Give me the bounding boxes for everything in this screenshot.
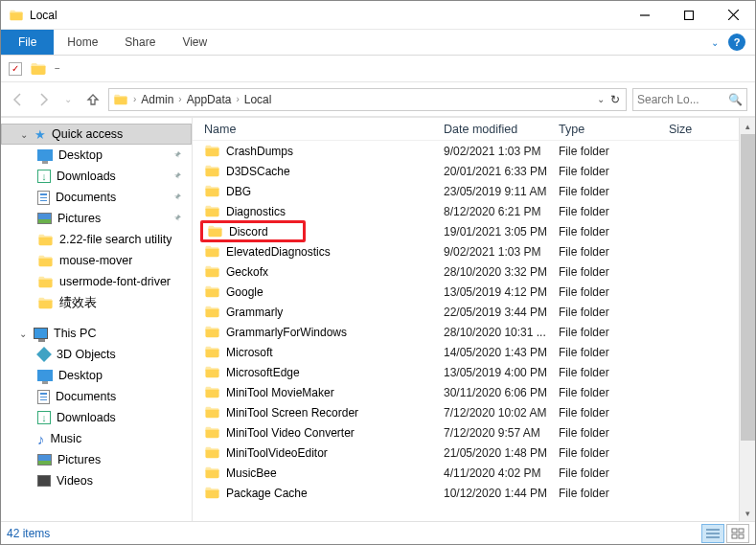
sidebar-item[interactable]: ↓Downloads — [1, 407, 192, 428]
file-type: File folder — [559, 446, 669, 460]
crumb-admin[interactable]: Admin — [141, 93, 173, 106]
file-name: Diagnostics — [226, 205, 286, 218]
maximize-button[interactable] — [667, 1, 711, 30]
file-row[interactable]: Geckofx28/10/2020 3:32 PMFile folder — [193, 261, 755, 282]
file-row[interactable]: Discord19/01/2021 3:05 PMFile folder — [193, 221, 755, 241]
desktop-icon — [37, 149, 53, 161]
share-tab[interactable]: Share — [111, 30, 169, 55]
home-tab[interactable]: Home — [54, 30, 111, 55]
view-tab[interactable]: View — [169, 30, 220, 55]
star-icon: ★ — [34, 127, 46, 142]
new-folder-icon[interactable] — [30, 60, 47, 78]
column-date[interactable]: Date modified — [444, 123, 559, 136]
file-row[interactable]: CrashDumps9/02/2021 1:03 PMFile folder — [193, 141, 755, 161]
icons-view-button[interactable] — [726, 524, 749, 543]
sidebar-item[interactable]: Pictures — [1, 449, 192, 470]
file-row[interactable]: MiniTool Screen Recorder7/12/2020 10:02 … — [193, 402, 755, 422]
sidebar-item[interactable]: 绩效表 — [1, 292, 192, 313]
help-icon[interactable]: ? — [728, 34, 745, 51]
file-name: MiniTool Screen Recorder — [226, 406, 358, 420]
file-row[interactable]: MiniToolVideoEditor21/05/2020 1:48 PMFil… — [193, 443, 755, 463]
quick-access-toolbar: ✓ − — [1, 56, 755, 82]
file-row[interactable]: ElevatedDiagnostics9/02/2021 1:03 PMFile… — [193, 241, 755, 261]
address-bar-row: ⌄ › Admin › AppData › Local ⌄ ↻ Search L… — [1, 82, 755, 117]
properties-icon[interactable]: ✓ — [9, 62, 22, 76]
file-row[interactable]: Microsoft14/05/2020 1:43 PMFile folder — [193, 342, 755, 362]
file-row[interactable]: MiniTool MovieMaker30/11/2020 6:06 PMFil… — [193, 382, 755, 402]
file-row[interactable]: Google13/05/2019 4:12 PMFile folder — [193, 282, 755, 302]
crumb-local[interactable]: Local — [244, 93, 272, 106]
file-row[interactable]: D3DSCache20/01/2021 6:33 PMFile folder — [193, 161, 755, 181]
file-date: 22/05/2019 3:44 PM — [444, 306, 559, 319]
crumb-appdata[interactable]: AppData — [187, 93, 232, 106]
details-view-button[interactable] — [701, 524, 724, 543]
file-row[interactable]: MiniTool Video Converter7/12/2020 9:57 A… — [193, 422, 755, 443]
sidebar-item[interactable]: Pictures — [1, 208, 192, 229]
folder-icon — [204, 304, 220, 320]
sidebar-item[interactable]: Desktop — [1, 365, 192, 386]
qat-customize-icon[interactable]: − — [55, 63, 60, 74]
sidebar-item-label: 3D Objects — [57, 348, 116, 361]
recent-dropdown[interactable]: ⌄ — [58, 90, 78, 109]
file-row[interactable]: GrammarlyForWindows28/10/2020 10:31 ...F… — [193, 322, 755, 342]
sidebar-item[interactable]: ↓Downloads — [1, 166, 192, 187]
sidebar-item[interactable]: Documents — [1, 187, 192, 208]
scroll-up-icon[interactable]: ▴ — [740, 118, 755, 134]
sidebar-item[interactable]: Documents — [1, 386, 192, 407]
address-bar[interactable]: › Admin › AppData › Local ⌄ ↻ — [108, 88, 627, 111]
file-row[interactable]: Grammarly22/05/2019 3:44 PMFile folder — [193, 302, 755, 322]
sidebar-item-label: Downloads — [57, 170, 116, 183]
sidebar-item[interactable]: Videos — [1, 470, 192, 491]
file-type: File folder — [559, 285, 669, 299]
this-pc-section[interactable]: ⌄ This PC — [1, 323, 192, 344]
folder-icon — [204, 444, 220, 461]
forward-button[interactable] — [34, 90, 53, 109]
sidebar-item[interactable]: 2.22-file search utility — [1, 229, 192, 250]
scroll-thumb[interactable] — [741, 134, 755, 441]
file-name: Microsoft — [226, 346, 273, 359]
folder-icon — [204, 143, 220, 159]
this-pc-icon — [34, 328, 48, 339]
file-type: File folder — [559, 265, 669, 279]
quick-access-section[interactable]: ⌄ ★ Quick access — [1, 124, 192, 145]
scrollbar[interactable]: ▴ ▾ — [739, 118, 755, 521]
document-icon — [37, 390, 50, 404]
file-tab[interactable]: File — [1, 30, 54, 55]
sidebar-item[interactable]: 3D Objects — [1, 344, 192, 365]
file-name: Google — [226, 285, 263, 299]
back-button[interactable] — [9, 90, 28, 109]
download-icon: ↓ — [37, 170, 51, 183]
sidebar-item[interactable]: Desktop — [1, 145, 192, 166]
folder-icon — [204, 243, 220, 260]
file-row[interactable]: MicrosoftEdge13/05/2019 4:00 PMFile fold… — [193, 362, 755, 382]
scroll-down-icon[interactable]: ▾ — [740, 505, 755, 521]
sidebar-item-label: Videos — [57, 474, 93, 488]
search-input[interactable]: Search Lo... 🔍 — [632, 88, 747, 111]
file-row[interactable]: Diagnostics8/12/2020 6:21 PMFile folder — [193, 201, 755, 221]
file-row[interactable]: MusicBee4/11/2020 4:02 PMFile folder — [193, 463, 755, 483]
music-icon: ♪ — [37, 431, 45, 447]
sidebar-item[interactable]: ♪Music — [1, 428, 192, 449]
address-dropdown-icon[interactable]: ⌄ — [597, 94, 605, 104]
svg-rect-9 — [732, 534, 737, 538]
file-row[interactable]: DBG23/05/2019 9:11 AMFile folder — [193, 181, 755, 201]
folder-icon — [207, 223, 223, 239]
file-date: 9/02/2021 1:03 PM — [444, 245, 559, 259]
file-date: 14/05/2020 1:43 PM — [444, 346, 559, 359]
close-button[interactable] — [711, 1, 755, 30]
minimize-button[interactable] — [623, 1, 667, 30]
file-name: DBG — [226, 185, 251, 198]
refresh-icon[interactable]: ↻ — [610, 93, 620, 106]
column-type[interactable]: Type — [559, 123, 669, 136]
up-button[interactable] — [83, 90, 103, 109]
file-date: 21/05/2020 1:48 PM — [444, 446, 559, 460]
sidebar-item-label: Desktop — [58, 369, 103, 382]
sidebar-item[interactable]: mouse-mover — [1, 250, 192, 271]
title-folder-icon — [9, 8, 24, 23]
sidebar-item[interactable]: usermode-font-driver — [1, 271, 192, 292]
file-row[interactable]: Package Cache10/12/2020 1:44 PMFile fold… — [193, 483, 755, 503]
ribbon-tabs: File Home Share View ⌄ ? — [1, 30, 755, 56]
ribbon-collapse-icon[interactable]: ⌄ — [705, 30, 724, 55]
file-date: 13/05/2019 4:00 PM — [444, 366, 559, 379]
column-name[interactable]: Name˄ — [204, 123, 444, 136]
